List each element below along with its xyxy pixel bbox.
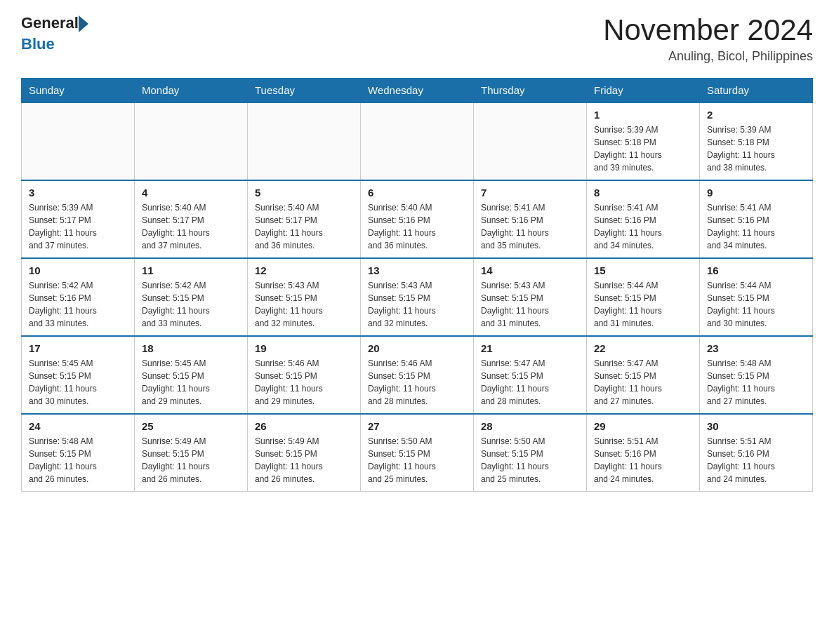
day-number: 3 <box>29 187 127 199</box>
day-number: 10 <box>29 264 127 276</box>
weekday-header-wednesday: Wednesday <box>361 79 474 103</box>
day-info: Sunrise: 5:40 AM Sunset: 5:17 PM Dayligh… <box>255 201 353 252</box>
day-info: Sunrise: 5:43 AM Sunset: 5:15 PM Dayligh… <box>368 279 466 330</box>
day-number: 9 <box>707 187 805 199</box>
day-info: Sunrise: 5:40 AM Sunset: 5:16 PM Dayligh… <box>368 201 466 252</box>
day-number: 29 <box>594 420 692 432</box>
calendar-cell: 13Sunrise: 5:43 AM Sunset: 5:15 PM Dayli… <box>361 258 474 336</box>
calendar-cell: 19Sunrise: 5:46 AM Sunset: 5:15 PM Dayli… <box>248 336 361 414</box>
calendar-cell: 11Sunrise: 5:42 AM Sunset: 5:15 PM Dayli… <box>135 258 248 336</box>
calendar-cell: 22Sunrise: 5:47 AM Sunset: 5:15 PM Dayli… <box>587 336 700 414</box>
week-row-3: 10Sunrise: 5:42 AM Sunset: 5:16 PM Dayli… <box>22 258 813 336</box>
day-number: 2 <box>707 109 805 121</box>
day-info: Sunrise: 5:42 AM Sunset: 5:15 PM Dayligh… <box>142 279 240 330</box>
logo-content: General Blue <box>21 14 88 53</box>
calendar-cell: 9Sunrise: 5:41 AM Sunset: 5:16 PM Daylig… <box>700 180 813 258</box>
day-info: Sunrise: 5:50 AM Sunset: 5:15 PM Dayligh… <box>368 435 466 485</box>
location-subtitle: Anuling, Bicol, Philippines <box>603 49 813 64</box>
calendar-table: SundayMondayTuesdayWednesdayThursdayFrid… <box>21 78 813 492</box>
day-number: 6 <box>368 187 466 199</box>
day-info: Sunrise: 5:40 AM Sunset: 5:17 PM Dayligh… <box>142 201 240 252</box>
week-row-2: 3Sunrise: 5:39 AM Sunset: 5:17 PM Daylig… <box>22 180 813 258</box>
calendar-cell: 29Sunrise: 5:51 AM Sunset: 5:16 PM Dayli… <box>587 414 700 492</box>
day-info: Sunrise: 5:46 AM Sunset: 5:15 PM Dayligh… <box>255 357 353 408</box>
calendar-cell <box>135 102 248 180</box>
day-number: 14 <box>481 264 579 276</box>
calendar-cell: 7Sunrise: 5:41 AM Sunset: 5:16 PM Daylig… <box>474 180 587 258</box>
day-info: Sunrise: 5:48 AM Sunset: 5:15 PM Dayligh… <box>707 357 805 408</box>
day-info: Sunrise: 5:45 AM Sunset: 5:15 PM Dayligh… <box>29 357 127 408</box>
day-info: Sunrise: 5:39 AM Sunset: 5:18 PM Dayligh… <box>707 123 805 174</box>
calendar-cell <box>248 102 361 180</box>
weekday-header-tuesday: Tuesday <box>248 79 361 103</box>
day-info: Sunrise: 5:48 AM Sunset: 5:15 PM Dayligh… <box>29 435 127 485</box>
day-number: 21 <box>481 342 579 354</box>
day-number: 13 <box>368 264 466 276</box>
weekday-header-sunday: Sunday <box>22 79 135 103</box>
day-number: 25 <box>142 420 240 432</box>
calendar-cell: 30Sunrise: 5:51 AM Sunset: 5:16 PM Dayli… <box>700 414 813 492</box>
day-number: 18 <box>142 342 240 354</box>
logo-arrow-icon <box>79 15 88 32</box>
day-number: 27 <box>368 420 466 432</box>
day-info: Sunrise: 5:42 AM Sunset: 5:16 PM Dayligh… <box>29 279 127 330</box>
day-info: Sunrise: 5:43 AM Sunset: 5:15 PM Dayligh… <box>255 279 353 330</box>
weekday-header-friday: Friday <box>587 79 700 103</box>
day-info: Sunrise: 5:44 AM Sunset: 5:15 PM Dayligh… <box>707 279 805 330</box>
calendar-cell: 18Sunrise: 5:45 AM Sunset: 5:15 PM Dayli… <box>135 336 248 414</box>
calendar-cell: 3Sunrise: 5:39 AM Sunset: 5:17 PM Daylig… <box>22 180 135 258</box>
day-number: 4 <box>142 187 240 199</box>
calendar-cell <box>474 102 587 180</box>
week-row-4: 17Sunrise: 5:45 AM Sunset: 5:15 PM Dayli… <box>22 336 813 414</box>
weekday-header-saturday: Saturday <box>700 79 813 103</box>
day-info: Sunrise: 5:51 AM Sunset: 5:16 PM Dayligh… <box>707 435 805 485</box>
week-row-5: 24Sunrise: 5:48 AM Sunset: 5:15 PM Dayli… <box>22 414 813 492</box>
day-info: Sunrise: 5:47 AM Sunset: 5:15 PM Dayligh… <box>594 357 692 408</box>
day-number: 11 <box>142 264 240 276</box>
day-info: Sunrise: 5:39 AM Sunset: 5:17 PM Dayligh… <box>29 201 127 252</box>
day-info: Sunrise: 5:50 AM Sunset: 5:15 PM Dayligh… <box>481 435 579 485</box>
calendar-cell: 5Sunrise: 5:40 AM Sunset: 5:17 PM Daylig… <box>248 180 361 258</box>
day-info: Sunrise: 5:44 AM Sunset: 5:15 PM Dayligh… <box>594 279 692 330</box>
day-info: Sunrise: 5:47 AM Sunset: 5:15 PM Dayligh… <box>481 357 579 408</box>
calendar-cell: 2Sunrise: 5:39 AM Sunset: 5:18 PM Daylig… <box>700 102 813 180</box>
day-number: 22 <box>594 342 692 354</box>
weekday-header-monday: Monday <box>135 79 248 103</box>
day-number: 20 <box>368 342 466 354</box>
calendar-cell: 12Sunrise: 5:43 AM Sunset: 5:15 PM Dayli… <box>248 258 361 336</box>
month-year-title: November 2024 <box>603 14 813 46</box>
calendar-cell: 10Sunrise: 5:42 AM Sunset: 5:16 PM Dayli… <box>22 258 135 336</box>
calendar-cell <box>361 102 474 180</box>
calendar-cell: 26Sunrise: 5:49 AM Sunset: 5:15 PM Dayli… <box>248 414 361 492</box>
calendar-cell <box>22 102 135 180</box>
weekday-header-thursday: Thursday <box>474 79 587 103</box>
weekday-header-row: SundayMondayTuesdayWednesdayThursdayFrid… <box>22 79 813 103</box>
day-number: 24 <box>29 420 127 432</box>
day-number: 26 <box>255 420 353 432</box>
calendar-cell: 4Sunrise: 5:40 AM Sunset: 5:17 PM Daylig… <box>135 180 248 258</box>
day-number: 1 <box>594 109 692 121</box>
day-number: 23 <box>707 342 805 354</box>
week-row-1: 1Sunrise: 5:39 AM Sunset: 5:18 PM Daylig… <box>22 102 813 180</box>
title-block: November 2024 Anuling, Bicol, Philippine… <box>603 14 813 64</box>
calendar-cell: 20Sunrise: 5:46 AM Sunset: 5:15 PM Dayli… <box>361 336 474 414</box>
logo: General Blue <box>21 14 88 53</box>
day-info: Sunrise: 5:39 AM Sunset: 5:18 PM Dayligh… <box>594 123 692 174</box>
calendar-cell: 16Sunrise: 5:44 AM Sunset: 5:15 PM Dayli… <box>700 258 813 336</box>
day-number: 28 <box>481 420 579 432</box>
logo-text-blue: Blue <box>21 35 88 53</box>
calendar-cell: 15Sunrise: 5:44 AM Sunset: 5:15 PM Dayli… <box>587 258 700 336</box>
day-info: Sunrise: 5:41 AM Sunset: 5:16 PM Dayligh… <box>594 201 692 252</box>
calendar-cell: 21Sunrise: 5:47 AM Sunset: 5:15 PM Dayli… <box>474 336 587 414</box>
day-number: 15 <box>594 264 692 276</box>
calendar-cell: 25Sunrise: 5:49 AM Sunset: 5:15 PM Dayli… <box>135 414 248 492</box>
day-number: 16 <box>707 264 805 276</box>
page-header: General Blue November 2024 Anuling, Bico… <box>21 14 813 64</box>
day-info: Sunrise: 5:43 AM Sunset: 5:15 PM Dayligh… <box>481 279 579 330</box>
day-info: Sunrise: 5:49 AM Sunset: 5:15 PM Dayligh… <box>142 435 240 485</box>
calendar-cell: 24Sunrise: 5:48 AM Sunset: 5:15 PM Dayli… <box>22 414 135 492</box>
day-number: 8 <box>594 187 692 199</box>
day-info: Sunrise: 5:46 AM Sunset: 5:15 PM Dayligh… <box>368 357 466 408</box>
day-info: Sunrise: 5:51 AM Sunset: 5:16 PM Dayligh… <box>594 435 692 485</box>
calendar-cell: 27Sunrise: 5:50 AM Sunset: 5:15 PM Dayli… <box>361 414 474 492</box>
